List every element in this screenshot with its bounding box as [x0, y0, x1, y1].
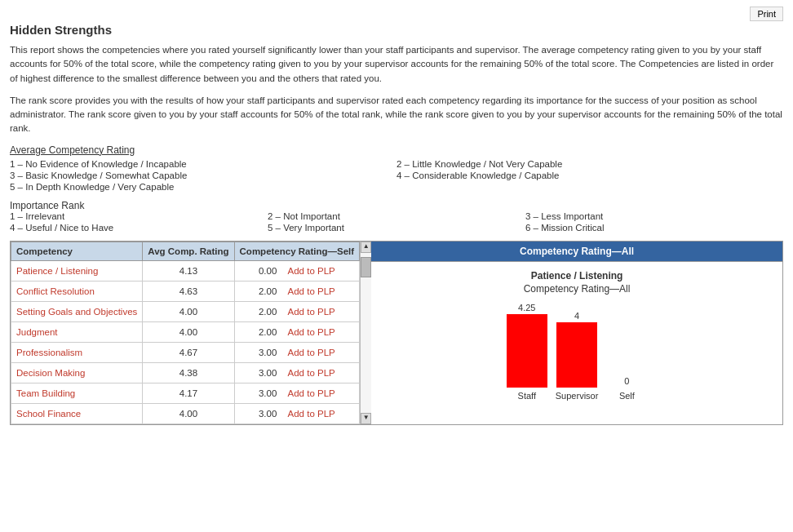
competency-cell[interactable]: Setting Goals and Objectives [11, 301, 143, 321]
scroll-thumb[interactable] [361, 257, 371, 277]
avg-rating-2: 2 – Little Knowledge / Not Very Capable [396, 159, 783, 169]
chart-subtitle: Competency Rating—All [388, 283, 766, 295]
avg-comp-cell: 4.00 [143, 403, 234, 423]
col-comp-self: Competency Rating—Self [234, 242, 360, 260]
self-cell: 3.00 Add to PLP [234, 342, 360, 362]
add-plp-link[interactable]: Add to PLP [288, 327, 335, 337]
bar-axis-label: Staff [518, 391, 536, 401]
self-cell: 2.00 Add to PLP [234, 301, 360, 321]
table-row: Conflict Resolution 4.63 2.00 Add to PLP [11, 281, 360, 301]
table-row: Decision Making 4.38 3.00 Add to PLP [11, 362, 360, 383]
description-2: The rank score provides you with the res… [10, 94, 783, 136]
imp-rating-6: 6 – Mission Critical [525, 223, 783, 233]
self-cell: 3.00 Add to PLP [234, 383, 360, 403]
chart-column-header: Competency Rating—All [371, 242, 782, 262]
competency-cell[interactable]: Team Building [11, 383, 143, 403]
avg-comp-cell: 4.13 [143, 260, 234, 281]
add-plp-link[interactable]: Add to PLP [288, 266, 335, 276]
importance-title: Importance Rank [10, 200, 783, 211]
avg-comp-title: Average Competency Rating [10, 144, 783, 156]
bar [556, 322, 597, 388]
self-cell: 3.00 Add to PLP [234, 403, 360, 423]
scrollbar[interactable]: ▲ ▼ [360, 242, 371, 424]
add-plp-link[interactable]: Add to PLP [288, 409, 335, 419]
chart-title: Patience / Listening [388, 270, 766, 282]
avg-comp-cell: 4.67 [143, 342, 234, 362]
competency-cell[interactable]: Decision Making [11, 362, 143, 383]
imp-rating-2: 2 – Not Important [268, 211, 525, 221]
avg-rating-1: 1 – No Evidence of Knowledge / Incapable [10, 159, 396, 169]
avg-rating-3: 3 – Basic Knowledge / Somewhat Capable [10, 171, 396, 180]
add-plp-link[interactable]: Add to PLP [288, 368, 335, 378]
add-plp-link[interactable]: Add to PLP [288, 348, 335, 357]
imp-rating-5: 5 – Very Important [268, 223, 525, 233]
table-row: Setting Goals and Objectives 4.00 2.00 A… [11, 301, 360, 321]
avg-comp-cell: 4.00 [143, 301, 234, 321]
add-plp-link[interactable]: Add to PLP [288, 286, 335, 296]
add-plp-link[interactable]: Add to PLP [288, 388, 335, 398]
table-row: Judgment 4.00 2.00 Add to PLP [11, 321, 360, 342]
self-cell: 0.00 Add to PLP [234, 260, 360, 281]
self-cell: 2.00 Add to PLP [234, 281, 360, 301]
avg-comp-cell: 4.38 [143, 362, 234, 383]
self-cell: 2.00 Add to PLP [234, 321, 360, 342]
competency-cell[interactable]: Professionalism [11, 342, 143, 362]
table-row: Team Building 4.17 3.00 Add to PLP [11, 383, 360, 403]
table-row: Patience / Listening 4.13 0.00 Add to PL… [11, 260, 360, 281]
avg-rating-5: 5 – In Depth Knowledge / Very Capable [10, 182, 783, 192]
self-cell: 3.00 Add to PLP [234, 362, 360, 383]
bar-group: 4Supervisor [556, 311, 599, 401]
bar-axis-label: Self [619, 391, 635, 401]
page-title: Hidden Strengths [10, 23, 783, 37]
competency-cell[interactable]: School Finance [11, 403, 143, 423]
imp-rating-3: 3 – Less Important [525, 211, 783, 221]
bar-value-label: 4 [574, 311, 579, 321]
chart-panel: Patience / Listening Competency Rating—A… [371, 262, 782, 409]
bar-group: 0Self [606, 376, 647, 401]
avg-comp-cell: 4.17 [143, 383, 234, 403]
table-row: School Finance 4.00 3.00 Add to PLP [11, 403, 360, 423]
competency-cell[interactable]: Judgment [11, 321, 143, 342]
add-plp-link[interactable]: Add to PLP [288, 307, 335, 317]
bar-value-label: 4.25 [518, 303, 535, 313]
bar-group: 4.25Staff [507, 303, 547, 401]
imp-rating-1: 1 – Irrelevant [10, 211, 268, 221]
scroll-down-btn[interactable]: ▼ [361, 413, 371, 424]
table-row: Professionalism 4.67 3.00 Add to PLP [11, 342, 360, 362]
bar-chart: 4.25Staff4Supervisor0Self [388, 303, 766, 401]
scroll-track [361, 253, 371, 413]
avg-comp-cell: 4.63 [143, 281, 234, 301]
competency-cell[interactable]: Conflict Resolution [11, 281, 143, 301]
avg-rating-4: 4 – Considerable Knowledge / Capable [396, 171, 783, 180]
imp-rating-4: 4 – Useful / Nice to Have [10, 223, 268, 233]
col-avg-comp: Avg Comp. Rating [143, 242, 234, 260]
col-competency: Competency [11, 242, 143, 260]
bar [507, 314, 547, 388]
avg-comp-cell: 4.00 [143, 321, 234, 342]
competency-cell[interactable]: Patience / Listening [11, 260, 143, 281]
scroll-up-btn[interactable]: ▲ [361, 242, 371, 253]
print-button[interactable]: Print [750, 7, 783, 21]
description-1: This report shows the competencies where… [10, 43, 783, 86]
bar-axis-label: Supervisor [556, 391, 599, 401]
bar-value-label: 0 [624, 376, 629, 386]
